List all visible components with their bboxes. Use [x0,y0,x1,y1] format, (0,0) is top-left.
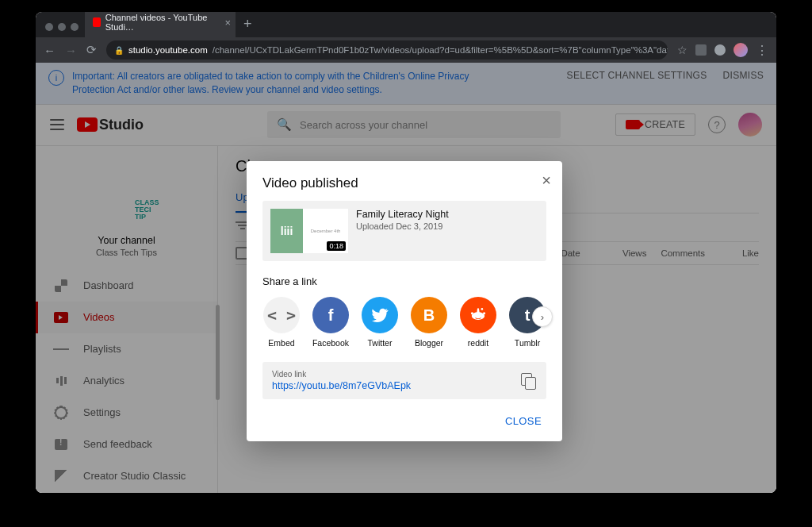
url-domain: studio.youtube.com [128,45,208,55]
new-tab-button[interactable]: + [236,16,260,37]
tab-title: Channel videos - YouTube Studi… [105,13,213,32]
share-section-label: Share a link [262,275,546,287]
video-link-url[interactable]: https://youtu.be/8m7eGVbAEpk [272,380,521,391]
forward-button[interactable]: → [65,44,77,57]
modal-title: Video published [262,175,546,191]
share-label-embed: Embed [268,338,294,348]
extension-dot-icon[interactable] [714,44,726,56]
published-video-card[interactable]: liii December 4th 0:18 Family Literacy N… [262,201,546,261]
share-label-blogger: Blogger [415,338,443,348]
extension-icon[interactable] [695,44,707,56]
video-uploaded-date: Uploaded Dec 3, 2019 [356,221,449,231]
video-duration: 0:18 [327,241,346,251]
share-options: < >Embed fFacebook Twitter BBlogger redd… [262,297,546,348]
svg-point-3 [471,312,473,314]
browser-menu-icon[interactable]: ⋮ [756,43,768,58]
share-more-button[interactable]: › [532,306,553,327]
video-thumbnail: liii December 4th 0:18 [270,209,348,253]
tab-close-icon[interactable]: × [224,17,231,28]
video-link-label: Video link [272,370,521,379]
share-embed-button[interactable]: < >Embed [262,297,301,348]
blogger-icon: B [411,297,447,333]
twitter-icon [362,297,398,333]
share-label-facebook: Facebook [312,338,349,348]
svg-point-4 [481,308,484,310]
share-label-twitter: Twitter [368,338,393,348]
share-twitter-button[interactable]: Twitter [361,297,399,348]
share-label-tumblr: Tumblr [515,338,540,348]
app-viewport: i Important: All creators are obligated … [36,63,776,493]
tab-favicon-icon [93,17,101,27]
share-reddit-button[interactable]: reddit [459,297,497,348]
share-facebook-button[interactable]: fFacebook [312,297,350,348]
share-label-reddit: reddit [468,338,488,348]
address-bar[interactable]: 🔒 studio.youtube.com/channel/UCxTDLakGer… [106,40,668,60]
share-blogger-button[interactable]: BBlogger [410,297,448,348]
profile-avatar[interactable] [733,43,748,57]
window-controls[interactable] [42,23,85,37]
video-title: Family Literacy Night [356,209,449,220]
url-path: /channel/UCxTDLakGermTPnd0F1b0zTw/videos… [213,45,668,55]
browser-window: Channel videos - YouTube Studi… × + ← → … [36,12,776,493]
browser-actions: ☆ ⋮ [677,43,768,58]
copy-link-button[interactable] [521,373,537,389]
browser-tabbar: Channel videos - YouTube Studi… × + [36,12,776,37]
video-published-modal: Video published × liii December 4th 0:18… [247,161,562,441]
video-link-box: Video link https://youtu.be/8m7eGVbAEpk [262,362,546,399]
thumbnail-graphic-icon: liii [270,209,303,253]
svg-point-2 [483,312,485,314]
reload-button[interactable]: ⟳ [86,43,97,57]
browser-tab[interactable]: Channel videos - YouTube Studi… × [85,12,236,37]
star-icon[interactable]: ☆ [677,44,688,56]
back-button[interactable]: ← [44,44,56,57]
embed-icon: < > [263,297,300,333]
facebook-icon: f [312,297,349,333]
lock-icon: 🔒 [114,46,124,55]
modal-close-button[interactable]: × [542,172,551,188]
browser-toolbar: ← → ⟳ 🔒 studio.youtube.com/channel/UCxTD… [36,37,776,63]
reddit-icon [460,297,496,333]
modal-close-text-button[interactable]: CLOSE [500,409,546,433]
